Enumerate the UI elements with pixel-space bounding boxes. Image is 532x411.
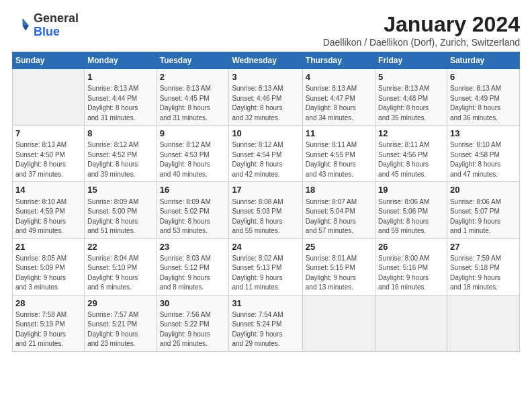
calendar-week-3: 14Sunrise: 8:10 AM Sunset: 4:59 PM Dayli… [13,182,520,238]
day-info: Sunrise: 8:08 AM Sunset: 5:03 PM Dayligh… [232,197,299,236]
day-number: 22 [87,241,153,253]
day-info: Sunrise: 7:57 AM Sunset: 5:21 PM Dayligh… [87,310,153,349]
logo: General Blue [12,12,79,39]
day-info: Sunrise: 8:05 AM Sunset: 5:09 PM Dayligh… [15,254,81,293]
logo-general: General [34,11,79,25]
page: General Blue January 2024 Daellikon / Da… [0,0,532,411]
day-info: Sunrise: 8:13 AM Sunset: 4:50 PM Dayligh… [15,140,81,179]
svg-marker-1 [23,26,29,31]
day-info: Sunrise: 8:09 AM Sunset: 5:02 PM Dayligh… [160,197,226,236]
calendar-cell: 6Sunrise: 8:13 AM Sunset: 4:49 PM Daylig… [447,69,519,126]
day-info: Sunrise: 8:13 AM Sunset: 4:48 PM Dayligh… [378,84,444,123]
day-info: Sunrise: 8:02 AM Sunset: 5:13 PM Dayligh… [232,254,299,293]
day-info: Sunrise: 8:06 AM Sunset: 5:07 PM Dayligh… [450,197,517,236]
day-number: 2 [160,71,226,83]
calendar-cell: 31Sunrise: 7:54 AM Sunset: 5:24 PM Dayli… [229,295,302,351]
day-info: Sunrise: 8:04 AM Sunset: 5:10 PM Dayligh… [87,254,153,293]
day-number: 20 [450,184,517,196]
calendar-week-4: 21Sunrise: 8:05 AM Sunset: 5:09 PM Dayli… [13,238,520,295]
day-number: 19 [378,184,444,196]
svg-marker-0 [23,18,29,26]
day-number: 18 [306,184,372,196]
column-header-sunday: Sunday [13,52,85,69]
day-number: 27 [450,241,517,253]
page-title: January 2024 [323,12,520,37]
column-header-saturday: Saturday [447,52,519,69]
calendar-cell: 20Sunrise: 8:06 AM Sunset: 5:07 PM Dayli… [447,182,519,238]
day-number: 21 [15,241,81,253]
calendar-week-5: 28Sunrise: 7:58 AM Sunset: 5:19 PM Dayli… [13,295,520,351]
calendar-header-row: SundayMondayTuesdayWednesdayThursdayFrid… [13,52,520,69]
calendar-cell: 12Sunrise: 8:11 AM Sunset: 4:56 PM Dayli… [375,126,447,182]
day-number: 9 [160,128,226,140]
calendar-header: SundayMondayTuesdayWednesdayThursdayFrid… [13,52,520,69]
calendar-cell [13,69,85,126]
day-info: Sunrise: 8:09 AM Sunset: 5:00 PM Dayligh… [87,197,153,236]
day-info: Sunrise: 8:13 AM Sunset: 4:44 PM Dayligh… [87,84,153,123]
calendar-cell: 1Sunrise: 8:13 AM Sunset: 4:44 PM Daylig… [85,69,157,126]
day-number: 16 [160,184,226,196]
calendar-cell: 7Sunrise: 8:13 AM Sunset: 4:50 PM Daylig… [13,126,85,182]
day-number: 11 [306,128,372,140]
calendar-cell: 22Sunrise: 8:04 AM Sunset: 5:10 PM Dayli… [85,238,157,295]
calendar-cell: 21Sunrise: 8:05 AM Sunset: 5:09 PM Dayli… [13,238,85,295]
day-number: 10 [232,128,299,140]
calendar-cell: 3Sunrise: 8:13 AM Sunset: 4:46 PM Daylig… [229,69,302,126]
day-info: Sunrise: 7:59 AM Sunset: 5:18 PM Dayligh… [450,254,517,293]
day-info: Sunrise: 8:11 AM Sunset: 4:56 PM Dayligh… [378,140,444,179]
day-info: Sunrise: 8:00 AM Sunset: 5:16 PM Dayligh… [378,254,444,293]
day-number: 5 [378,71,444,83]
calendar-week-1: 1Sunrise: 8:13 AM Sunset: 4:44 PM Daylig… [13,69,520,126]
calendar-cell [302,295,375,351]
day-number: 15 [87,184,153,196]
day-info: Sunrise: 8:10 AM Sunset: 4:58 PM Dayligh… [450,140,517,179]
day-info: Sunrise: 7:54 AM Sunset: 5:24 PM Dayligh… [232,310,299,349]
day-number: 13 [450,128,517,140]
day-info: Sunrise: 8:12 AM Sunset: 4:54 PM Dayligh… [232,140,299,179]
column-header-monday: Monday [85,52,157,69]
calendar-cell: 13Sunrise: 8:10 AM Sunset: 4:58 PM Dayli… [447,126,519,182]
day-number: 30 [160,298,226,310]
day-info: Sunrise: 8:10 AM Sunset: 4:59 PM Dayligh… [15,197,81,236]
day-number: 3 [232,71,299,83]
calendar-cell [375,295,447,351]
calendar-cell: 18Sunrise: 8:07 AM Sunset: 5:04 PM Dayli… [302,182,375,238]
day-number: 24 [232,241,299,253]
calendar-cell: 27Sunrise: 7:59 AM Sunset: 5:18 PM Dayli… [447,238,519,295]
day-info: Sunrise: 7:56 AM Sunset: 5:22 PM Dayligh… [160,310,226,349]
day-info: Sunrise: 8:13 AM Sunset: 4:49 PM Dayligh… [450,84,517,123]
calendar-week-2: 7Sunrise: 8:13 AM Sunset: 4:50 PM Daylig… [13,126,520,182]
day-number: 14 [15,184,81,196]
day-number: 6 [450,71,517,83]
day-number: 28 [15,298,81,310]
calendar-cell: 14Sunrise: 8:10 AM Sunset: 4:59 PM Dayli… [13,182,85,238]
day-number: 7 [15,128,81,140]
day-info: Sunrise: 8:01 AM Sunset: 5:15 PM Dayligh… [306,254,372,293]
logo-blue: Blue [34,25,60,38]
calendar-cell: 30Sunrise: 7:56 AM Sunset: 5:22 PM Dayli… [157,295,229,351]
day-info: Sunrise: 8:13 AM Sunset: 4:46 PM Dayligh… [232,84,299,123]
day-info: Sunrise: 8:07 AM Sunset: 5:04 PM Dayligh… [306,197,372,236]
title-block: January 2024 Daellikon / Daellikon (Dorf… [323,12,520,48]
calendar-cell: 9Sunrise: 8:12 AM Sunset: 4:53 PM Daylig… [157,126,229,182]
column-header-thursday: Thursday [302,52,375,69]
calendar-cell: 11Sunrise: 8:11 AM Sunset: 4:55 PM Dayli… [302,126,375,182]
calendar-cell: 2Sunrise: 8:13 AM Sunset: 4:45 PM Daylig… [157,69,229,126]
day-info: Sunrise: 8:13 AM Sunset: 4:45 PM Dayligh… [160,84,226,123]
day-number: 29 [87,298,153,310]
day-info: Sunrise: 8:12 AM Sunset: 4:52 PM Dayligh… [87,140,153,179]
calendar-cell: 24Sunrise: 8:02 AM Sunset: 5:13 PM Dayli… [229,238,302,295]
calendar-cell: 29Sunrise: 7:57 AM Sunset: 5:21 PM Dayli… [85,295,157,351]
day-number: 1 [87,71,153,83]
day-number: 23 [160,241,226,253]
calendar-cell: 8Sunrise: 8:12 AM Sunset: 4:52 PM Daylig… [85,126,157,182]
column-header-tuesday: Tuesday [157,52,229,69]
calendar-cell: 15Sunrise: 8:09 AM Sunset: 5:00 PM Dayli… [85,182,157,238]
column-header-friday: Friday [375,52,447,69]
day-info: Sunrise: 8:12 AM Sunset: 4:53 PM Dayligh… [160,140,226,179]
calendar-cell: 28Sunrise: 7:58 AM Sunset: 5:19 PM Dayli… [13,295,85,351]
calendar: SundayMondayTuesdayWednesdayThursdayFrid… [12,52,520,352]
calendar-body: 1Sunrise: 8:13 AM Sunset: 4:44 PM Daylig… [13,69,520,352]
day-info: Sunrise: 8:03 AM Sunset: 5:12 PM Dayligh… [160,254,226,293]
day-number: 12 [378,128,444,140]
